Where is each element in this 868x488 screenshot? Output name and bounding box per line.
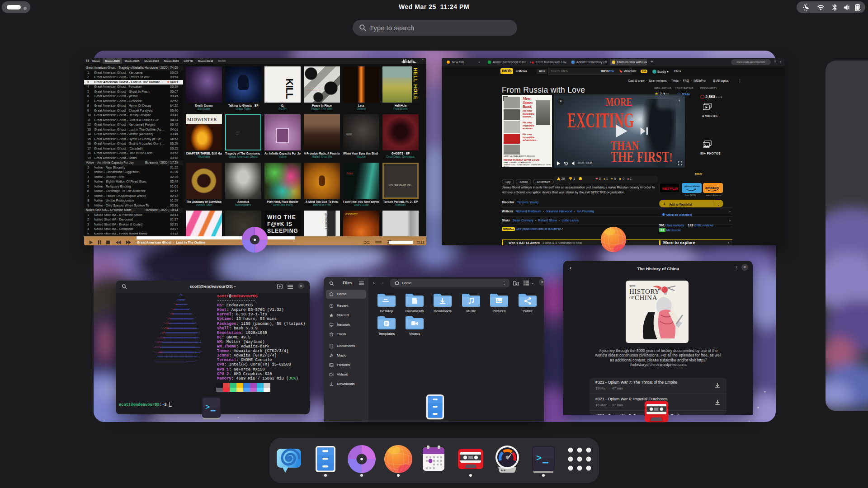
svg-text:>: > <box>536 453 542 464</box>
svg-text:>: > <box>205 403 210 412</box>
